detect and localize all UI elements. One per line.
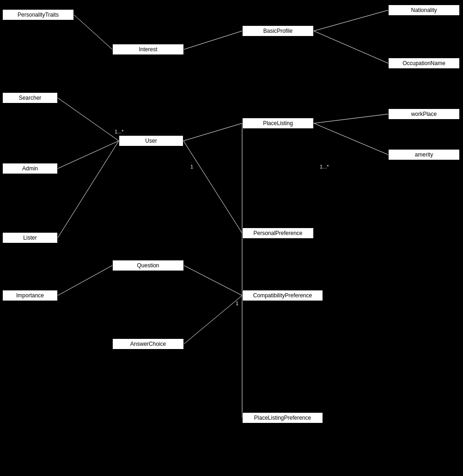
svg-line-6 [58,98,119,141]
node-interest: Interest [112,44,184,55]
node-answerchoice: AnswerChoice [112,338,184,349]
svg-line-5 [314,123,388,155]
diagram-container: PersonalityTraitsInterestBasicProfileNat… [0,0,463,476]
svg-line-1 [184,31,242,49]
svg-line-3 [314,31,388,63]
svg-line-4 [314,114,388,123]
diagram-label-2: 1...* [320,164,329,169]
node-amerity: amerity [388,149,460,160]
svg-line-11 [58,265,112,295]
node-admin: Admin [2,163,58,174]
node-placelistingpreference: PlaceListingPreference [242,412,323,423]
node-personalpreference: PersonalPreference [242,228,314,239]
node-placelisting: PlaceListing [242,118,314,129]
node-nationality: Nationality [388,5,460,16]
svg-line-7 [58,141,119,169]
svg-line-2 [314,10,388,31]
node-compatibilitypreference: CompatibilityPreference [242,290,323,301]
diagram-label-0: 1...* [115,129,124,134]
node-searcher: Searcher [2,92,58,103]
node-personalitytraits: PersonalityTraits [2,9,74,20]
node-basicprofile: BasicProfile [242,25,314,36]
connection-lines [0,0,463,476]
diagram-label-1: 1 [190,164,193,169]
node-user: User [119,135,183,146]
svg-line-10 [183,141,242,233]
svg-line-0 [74,15,112,49]
node-workplace: workPlace [388,108,460,120]
node-question: Question [112,260,184,271]
svg-line-13 [184,295,242,344]
svg-line-8 [58,141,119,238]
node-lister: Lister [2,232,58,243]
node-occupationname: OccupationName [388,58,460,69]
svg-line-9 [183,123,242,141]
svg-line-12 [184,265,242,295]
diagram-label-3: 1 [236,301,238,306]
node-importance: Importance [2,290,58,301]
